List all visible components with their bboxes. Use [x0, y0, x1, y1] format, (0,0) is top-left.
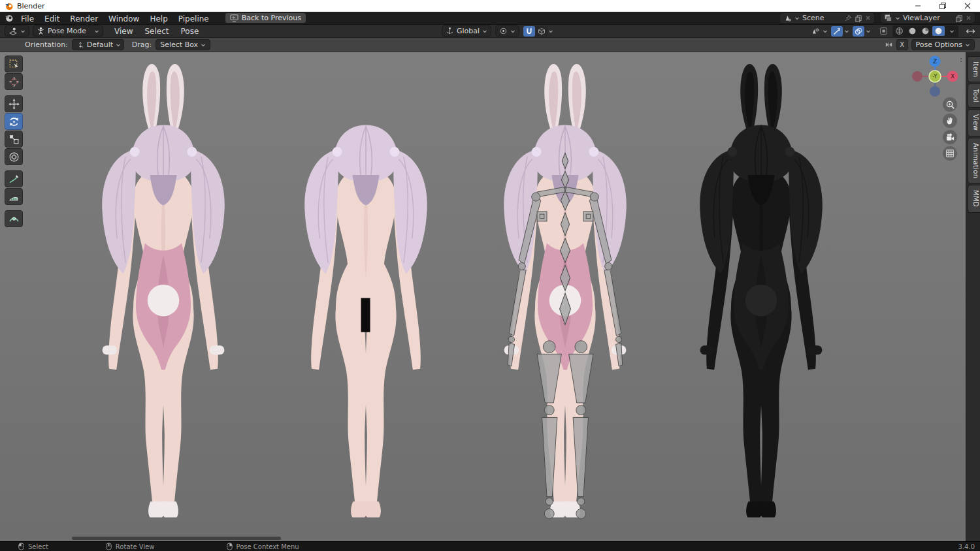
orientation-default-dropdown[interactable]: Default — [72, 39, 124, 50]
model-wireframe[interactable] — [670, 61, 853, 526]
chevron-down-icon — [116, 42, 121, 48]
axis-minus-z-ball[interactable] — [930, 86, 940, 97]
window-controls — [906, 0, 980, 12]
unlink-x-icon — [865, 15, 871, 21]
view-layer-selector[interactable]: ViewLayer — [880, 12, 975, 24]
back-to-previous-button[interactable]: Back to Previous — [225, 12, 306, 24]
xray-toggle[interactable] — [877, 26, 889, 37]
chevron-down-icon — [794, 16, 800, 21]
tool-rotate[interactable] — [5, 113, 23, 130]
zoom-button[interactable] — [943, 97, 957, 112]
blender-version: 3.4.0 — [958, 543, 980, 550]
sidebar-tab-animation[interactable]: Animation — [968, 138, 980, 184]
sidebar-tab-item[interactable]: Item — [968, 56, 980, 82]
chevron-down-icon — [548, 29, 553, 34]
transform-orientation-dropdown[interactable]: Global — [442, 25, 491, 37]
mode-selector[interactable]: Pose Mode — [33, 25, 103, 37]
camera-view-button[interactable] — [943, 130, 957, 144]
menu-render[interactable]: Render — [65, 14, 103, 24]
chevron-down-icon — [965, 42, 970, 48]
sidebar-tab-mmd[interactable]: MMD — [968, 185, 980, 212]
orientation-label: Orientation: — [25, 40, 68, 49]
tool-cursor[interactable] — [5, 73, 23, 90]
scene-selector[interactable]: Scene — [779, 12, 875, 24]
solid-shading-icon[interactable] — [906, 26, 919, 36]
model-armature[interactable] — [474, 61, 657, 526]
menu-edit[interactable]: Edit — [39, 14, 65, 24]
close-button[interactable] — [955, 0, 980, 12]
snap-magnet-toggle[interactable] — [523, 26, 535, 37]
pan-hand-button[interactable] — [943, 114, 957, 128]
tool-transform[interactable] — [5, 148, 23, 165]
drag-select-box-dropdown[interactable]: Select Box — [155, 39, 210, 50]
scene-name: Scene — [802, 14, 842, 22]
header-menu-view[interactable]: View — [108, 26, 139, 37]
chevron-down-icon — [20, 29, 25, 34]
blender-app-icon[interactable] — [5, 14, 13, 22]
view-layer-icon — [884, 14, 892, 22]
axis-minus-x-ball[interactable] — [912, 71, 923, 82]
3d-viewport[interactable]: Z X -Y ItemToolViewAnimationMMD — [0, 52, 980, 542]
sidebar-tab-tool[interactable]: Tool — [968, 84, 980, 108]
chevron-down-icon — [510, 29, 515, 34]
editor-3d-viewport-icon — [8, 27, 18, 36]
mirror-butterfly-icon[interactable] — [885, 41, 893, 48]
proportional-editing-icon[interactable] — [536, 26, 547, 37]
material-shading-icon[interactable] — [919, 26, 932, 36]
status-hint-label: Pose Context Menu — [237, 543, 299, 550]
copy-icon[interactable] — [955, 14, 963, 22]
copy-icon[interactable] — [855, 14, 862, 22]
pose-options-dropdown[interactable]: Pose Options — [911, 39, 975, 50]
pin-icon[interactable] — [845, 14, 852, 22]
tool-scale[interactable] — [5, 131, 23, 148]
status-hint-label: Select — [28, 543, 48, 550]
tool-move[interactable] — [5, 95, 23, 112]
svg-text:X: X — [951, 73, 955, 80]
show-overlays-toggle[interactable] — [853, 26, 864, 37]
rendered-shading-icon[interactable] — [932, 26, 945, 36]
region-handle[interactable] — [960, 58, 962, 63]
mirror-x-toggle[interactable]: X — [896, 39, 908, 50]
menu-file[interactable]: File — [16, 14, 39, 24]
tool-column — [5, 55, 23, 227]
back-to-previous-label: Back to Previous — [242, 14, 301, 22]
viewport-header: Pose Mode ViewSelectPose Global — [0, 25, 980, 38]
header-menu-select[interactable]: Select — [139, 26, 174, 37]
sidebar-tab-view[interactable]: View — [968, 109, 980, 136]
tool-annotate[interactable] — [5, 170, 23, 187]
chevron-down-icon — [201, 42, 206, 48]
model-textured[interactable] — [72, 61, 255, 526]
drag-label: Drag: — [132, 40, 152, 49]
model-skin[interactable] — [274, 61, 457, 526]
os-title-bar[interactable]: Blender — [0, 0, 980, 12]
pose-figure-icon — [37, 27, 45, 35]
pose-options-label: Pose Options — [916, 40, 962, 49]
show-gizmos-toggle[interactable] — [831, 26, 843, 37]
window-title: Blender — [17, 2, 45, 10]
chevron-down-icon — [823, 29, 828, 34]
navigation-gizmo[interactable]: Z X -Y — [911, 55, 959, 100]
menu-help[interactable]: Help — [144, 14, 172, 24]
mouse-middle-icon — [106, 543, 112, 550]
shading-dropdown-chevron[interactable] — [945, 26, 958, 36]
menu-pipeline[interactable]: Pipeline — [173, 14, 214, 24]
horizontal-scrollbar[interactable] — [72, 537, 281, 540]
expand-arrows-icon[interactable] — [966, 28, 975, 35]
editor-type-button[interactable] — [5, 25, 29, 37]
pivot-point-dropdown[interactable] — [495, 25, 519, 37]
header-menu-pose[interactable]: Pose — [175, 26, 205, 37]
show-object-types-icon[interactable] — [809, 26, 821, 37]
minimize-button[interactable] — [906, 0, 930, 12]
tool-measure[interactable] — [5, 188, 23, 205]
menu-window[interactable]: Window — [103, 14, 144, 24]
maximize-button[interactable] — [930, 0, 955, 12]
tool-pose-breakdowner[interactable] — [5, 210, 23, 227]
blender-logo-icon — [5, 2, 13, 10]
wireframe-shading-icon[interactable] — [893, 26, 906, 36]
svg-text:Z: Z — [933, 58, 937, 65]
orthographic-grid-button[interactable] — [943, 146, 957, 161]
screen-back-icon — [230, 14, 238, 22]
tool-select-box[interactable] — [5, 55, 23, 72]
tool-settings-bar: Orientation: Default Drag: Select Box X … — [0, 38, 980, 52]
orientation-axis-icon — [446, 27, 454, 35]
